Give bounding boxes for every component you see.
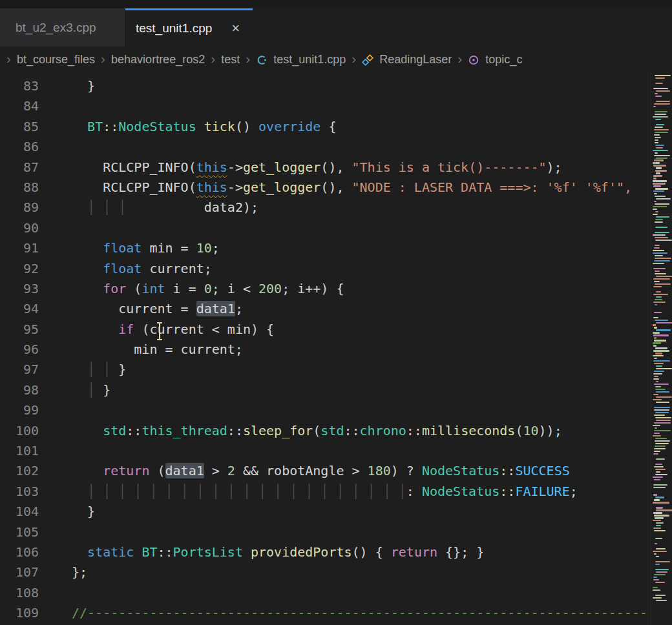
minimap-line [653,183,666,184]
code-line[interactable]: │ } [72,380,672,400]
code-line[interactable]: current = data1; [72,299,672,319]
minimap-line [654,363,664,364]
line-number[interactable]: 90 [0,218,39,238]
minimap-line [656,101,670,102]
code-line[interactable] [72,218,672,238]
minimap-line [654,499,660,500]
line-number[interactable]: 89 [0,198,39,218]
code-line[interactable] [72,522,672,542]
breadcrumb-item-ReadingLaser[interactable]: ReadingLaser [379,53,452,67]
code-line[interactable]: │ │ } [72,360,672,380]
minimap-line [655,283,671,285]
line-number[interactable]: 88 [0,178,39,198]
minimap-line [655,145,664,146]
breadcrumb-item-test[interactable]: test [221,53,240,67]
minimap[interactable] [651,72,672,625]
minimap-line [655,240,672,241]
minimap-line [656,396,672,398]
minimap-line [656,329,671,331]
code-line[interactable]: float current; [72,259,672,279]
line-number[interactable]: 106 [0,542,39,562]
minimap-line [655,188,668,189]
code-line[interactable]: BT::NodeStatus tick() override { [72,117,672,137]
line-number[interactable]: 108 [0,583,39,603]
minimap-line [655,152,658,154]
line-number[interactable]: 109 [0,603,39,623]
line-number-gutter[interactable]: 8384858687888990919293949596979899100101… [0,72,39,625]
code-line[interactable]: std::this_thread::sleep_for(std::chrono:… [72,421,672,441]
line-number[interactable]: 99 [0,400,39,420]
editor[interactable]: 8384858687888990919293949596979899100101… [0,72,672,625]
minimap-line [655,137,661,138]
code-area[interactable]: } BT::NodeStatus tick() override { RCLCP… [39,72,672,625]
tab-bt_u2_ex3[interactable]: bt_u2_ex3.cpp [0,8,125,46]
line-number[interactable]: 104 [0,502,39,522]
line-number[interactable]: 100 [0,421,39,441]
code-line[interactable] [72,583,672,603]
line-number[interactable]: 91 [0,238,39,258]
line-number[interactable]: 84 [0,96,39,116]
code-line[interactable] [72,400,672,420]
line-number[interactable]: 86 [0,137,39,157]
minimap-line [655,497,664,498]
minimap-line [654,376,658,377]
line-number[interactable]: 87 [0,158,39,178]
line-number[interactable]: 94 [0,299,39,319]
code-line[interactable]: } [72,502,672,522]
minimap-line [654,281,660,282]
line-number[interactable]: 105 [0,522,39,542]
line-number[interactable]: 102 [0,461,39,481]
minimap-line [654,327,657,328]
minimap-line [655,219,663,220]
code-line[interactable]: │ │ │ │ │ │ │ │ │ │ │ │ │ │ │ │ │ │ │ │ … [72,482,672,502]
breadcrumb-item-bt_course_files[interactable]: bt_course_files [17,53,95,67]
close-icon[interactable]: × [229,20,242,37]
code-line[interactable]: RCLCPP_INFO(this->get_logger(), "NODE : … [72,178,672,198]
minimap-line [654,247,660,249]
code-line[interactable]: │ │ │ data2); [72,198,672,218]
minimap-line [653,178,656,179]
minimap-line [654,574,666,575]
minimap-line [653,512,662,513]
code-line[interactable]: } [72,76,672,96]
minimap-line [655,386,661,387]
chevron-right-icon: › [457,51,462,67]
minimap-line [656,368,672,369]
code-line[interactable] [72,441,672,461]
line-number[interactable]: 83 [0,76,39,96]
code-line[interactable]: //--------------------------------------… [72,603,672,623]
breadcrumb-item-test_unit1[interactable]: test_unit1.cpp [273,53,346,67]
minimap-line [654,371,664,372]
code-line[interactable]: }; [72,562,672,582]
code-line[interactable]: for (int i = 0; i < 200; i++) { [72,279,672,299]
tab-test_unit1[interactable]: test_unit1.cpp × [125,8,253,46]
code-line[interactable]: min = current; [72,340,672,360]
line-number[interactable]: 96 [0,340,39,360]
minimap-line [654,448,666,449]
line-number[interactable]: 98 [0,380,39,400]
breadcrumb-item-behaviortree_ros2[interactable]: behaviortree_ros2 [111,53,205,67]
line-number[interactable]: 93 [0,279,39,299]
minimap-line [653,579,659,580]
code-line[interactable]: return (data1 > 2 && robotAngle > 180) ?… [72,461,672,481]
minimap-line [655,443,669,444]
line-number[interactable]: 97 [0,360,39,380]
code-line[interactable]: RCLCPP_INFO(this->get_logger(), "This is… [72,158,672,178]
line-number[interactable]: 101 [0,441,39,461]
line-number[interactable]: 92 [0,259,39,279]
line-number[interactable]: 107 [0,562,39,582]
breadcrumb-item-topic_c[interactable]: topic_c [485,53,522,67]
code-line[interactable]: static BT::PortsList providedPorts() { r… [72,542,672,562]
minimap-line [654,384,669,385]
line-number[interactable]: 103 [0,482,39,502]
line-number[interactable]: 85 [0,117,39,137]
minimap-line [655,417,671,418]
minimap-line [655,438,667,439]
code-line[interactable] [72,137,672,157]
minimap-line [653,435,661,436]
line-number[interactable]: 95 [0,320,39,340]
code-line[interactable]: float min = 10; [72,238,672,258]
minimap-line [656,90,670,92]
code-line[interactable] [72,96,672,116]
chevron-right-icon: › [211,51,215,67]
